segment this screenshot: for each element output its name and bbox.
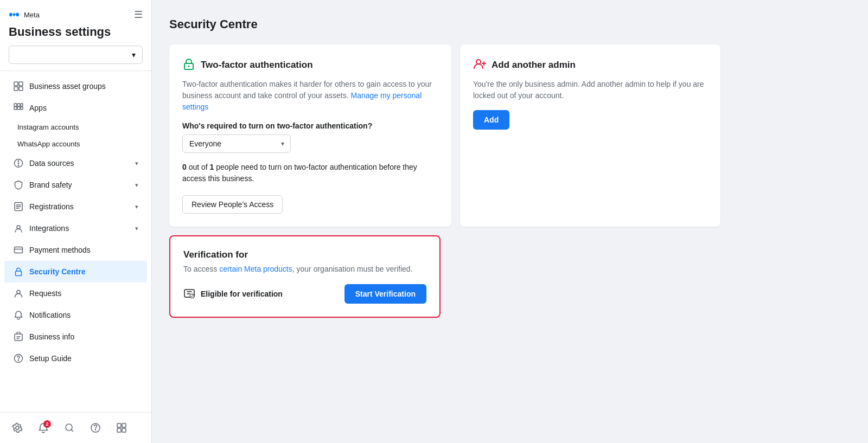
sidebar-item-label: Apps: [29, 104, 47, 112]
add-admin-card: Add another admin You're the only busine…: [460, 44, 720, 227]
who-required-label: Who's required to turn on two-factor aut…: [182, 121, 438, 130]
certain-meta-products-link[interactable]: certain Meta products: [219, 265, 292, 273]
sidebar-item-label: Data sources: [29, 159, 74, 168]
sidebar-item-payment-methods[interactable]: Payment methods: [4, 239, 147, 261]
sidebar-nav: Business asset groups Apps Instagram acc…: [0, 71, 151, 412]
dashboard-footer-icon[interactable]: [113, 419, 130, 436]
svg-rect-25: [117, 428, 121, 432]
sidebar-item-label: Registrations: [29, 202, 74, 211]
sidebar-item-instagram-accounts[interactable]: Instagram accounts: [0, 119, 151, 136]
meta-text: Meta: [24, 11, 40, 19]
requests-icon: [13, 288, 24, 299]
sidebar-item-security-centre[interactable]: Security Centre: [4, 261, 147, 283]
page-title: Security Centre: [169, 17, 851, 31]
sidebar: Meta ☰ Business settings ▾ Business asse…: [0, 0, 152, 443]
svg-point-28: [188, 66, 190, 67]
svg-point-18: [17, 291, 20, 294]
sidebar-item-label: Setup Guide: [29, 354, 72, 363]
sidebar-item-business-asset-groups[interactable]: Business asset groups: [4, 75, 147, 97]
sidebar-item-setup-guide[interactable]: Setup Guide: [4, 348, 147, 369]
notification-badge: 2: [43, 420, 51, 428]
svg-rect-5: [17, 104, 20, 106]
sidebar-item-label: Integrations: [29, 224, 69, 233]
svg-point-29: [476, 60, 481, 64]
notifications-icon: [13, 310, 24, 320]
account-dropdown-arrow: ▾: [132, 50, 136, 59]
cards-row: Two-factor authentication Two-factor aut…: [169, 44, 851, 227]
svg-point-11: [18, 160, 20, 162]
sidebar-item-integrations[interactable]: Integrations ▾: [4, 217, 147, 239]
two-factor-card-title: Two-factor authentication: [201, 60, 313, 70]
sidebar-item-label: Payment methods: [29, 246, 91, 254]
grid-icon: [13, 81, 24, 92]
add-admin-button[interactable]: Add: [473, 110, 509, 130]
business-settings-title: Business settings: [9, 25, 143, 39]
sidebar-item-label: Security Centre: [29, 267, 85, 276]
svg-rect-19: [15, 334, 22, 341]
meta-logo: Meta: [9, 9, 40, 20]
account-dropdown[interactable]: ▾: [9, 46, 143, 64]
svg-rect-8: [17, 107, 20, 110]
sidebar-logo: Meta ☰: [9, 9, 143, 21]
sidebar-item-label: Business asset groups: [29, 82, 106, 91]
two-factor-card: Two-factor authentication Two-factor aut…: [169, 44, 451, 227]
lock-icon: [13, 266, 24, 277]
svg-rect-1: [19, 82, 23, 86]
registrations-icon: [13, 201, 24, 212]
sidebar-item-whatsapp-accounts[interactable]: WhatsApp accounts: [0, 136, 151, 152]
svg-rect-17: [16, 271, 22, 276]
svg-rect-7: [14, 107, 17, 110]
status-count-one: 1: [210, 163, 214, 171]
sidebar-item-label: Notifications: [29, 311, 71, 319]
help-footer-icon[interactable]: [87, 419, 104, 436]
sidebar-item-business-info[interactable]: Business info: [4, 326, 147, 348]
svg-rect-26: [122, 428, 126, 432]
sidebar-item-brand-safety[interactable]: Brand safety ▾: [4, 174, 147, 196]
svg-rect-16: [15, 247, 23, 253]
search-footer-icon[interactable]: [61, 419, 78, 436]
verification-card: Verification for To access certain Meta …: [169, 235, 441, 318]
setup-guide-icon: [13, 353, 24, 364]
status-count-zero: 0: [182, 163, 187, 171]
chevron-down-icon: ▾: [135, 160, 138, 167]
who-required-dropdown-wrapper: Everyone Admins only No one ▾: [182, 134, 291, 153]
add-admin-description: You're the only business admin. Add anot…: [473, 79, 707, 101]
apps-icon: [13, 102, 24, 113]
add-admin-card-header: Add another admin: [473, 57, 707, 72]
sidebar-item-label: Business info: [29, 332, 74, 341]
hamburger-menu[interactable]: ☰: [134, 9, 143, 21]
svg-rect-6: [21, 104, 23, 106]
sidebar-item-requests[interactable]: Requests: [4, 283, 147, 304]
sidebar-item-label: Requests: [29, 289, 61, 298]
data-sources-icon: [13, 158, 24, 169]
shield-icon: [13, 179, 24, 190]
two-factor-card-header: Two-factor authentication: [182, 57, 438, 72]
two-factor-description: Two-factor authentication makes it harde…: [182, 79, 438, 113]
svg-rect-2: [14, 87, 18, 91]
payment-icon: [13, 245, 24, 255]
sidebar-item-notifications[interactable]: Notifications: [4, 304, 147, 326]
svg-rect-4: [14, 104, 17, 106]
alerts-footer-icon[interactable]: 2: [35, 419, 52, 436]
start-verification-button[interactable]: Start Verification: [344, 284, 426, 304]
person-plus-icon: [473, 57, 486, 72]
svg-point-12: [18, 163, 20, 164]
chevron-down-icon: ▾: [135, 203, 138, 210]
lock-green-icon: [182, 57, 195, 72]
chevron-down-icon: ▾: [135, 225, 138, 232]
chevron-down-icon: ▾: [135, 182, 138, 189]
verification-status: Eligible for verification: [183, 287, 283, 301]
eligible-icon: [183, 287, 195, 301]
review-peoples-access-button[interactable]: Review People's Access: [182, 195, 283, 214]
sidebar-item-registrations[interactable]: Registrations ▾: [4, 196, 147, 217]
sidebar-item-apps[interactable]: Apps: [4, 97, 147, 119]
who-required-dropdown[interactable]: Everyone Admins only No one: [182, 134, 291, 153]
sidebar-item-data-sources[interactable]: Data sources ▾: [4, 152, 147, 174]
eligible-label: Eligible for verification: [201, 290, 283, 298]
verification-title: Verification for: [183, 249, 426, 260]
integrations-icon: [13, 223, 24, 234]
svg-rect-3: [19, 87, 23, 91]
add-admin-card-title: Add another admin: [492, 60, 576, 70]
settings-footer-icon[interactable]: [9, 419, 26, 436]
sidebar-header: Meta ☰ Business settings ▾: [0, 0, 151, 71]
